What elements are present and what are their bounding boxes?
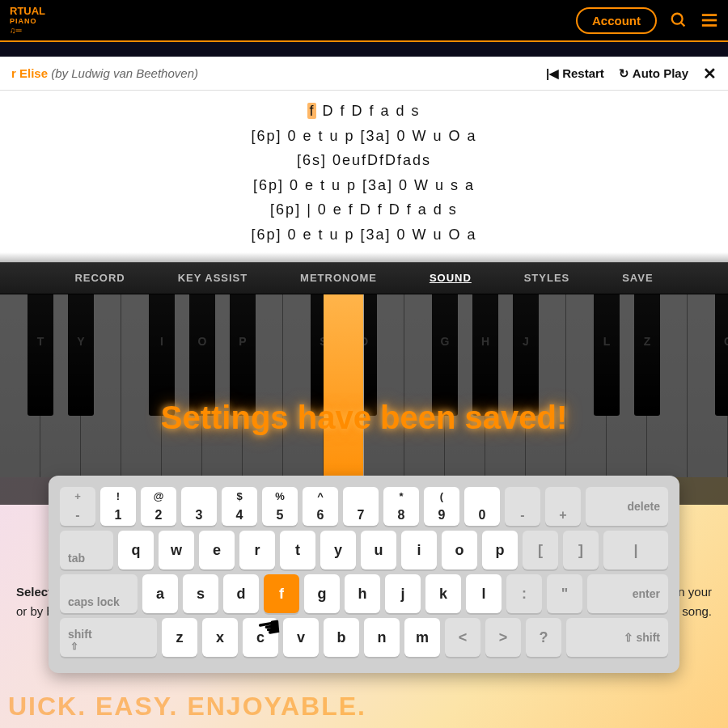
key-n[interactable]: n (364, 618, 400, 657)
menu-icon[interactable] (700, 11, 718, 29)
logo[interactable]: RTUAL PIANO ♫═ (10, 6, 45, 34)
key-p[interactable]: p (482, 531, 518, 569)
song-title: r Elise (by Ludwig van Beethoven) (11, 66, 198, 80)
kb-row-1: +-!1@23$4%5^67*8(90-+delete (60, 487, 668, 526)
autoplay-button[interactable]: ↻ Auto Play (619, 66, 688, 81)
key-+[interactable]: + (545, 487, 581, 526)
sheet-line: [6p] 0 e t u p [3a] 0 W u O a (0, 124, 728, 149)
key-u[interactable]: u (361, 531, 396, 569)
key-9[interactable]: (9 (424, 487, 459, 526)
key-k[interactable]: k (425, 574, 461, 613)
toolbar-styles[interactable]: STYLES (524, 272, 570, 284)
key-shift-left[interactable]: shift ⇧ (60, 618, 157, 657)
close-icon[interactable]: ✕ (703, 64, 717, 83)
key-l[interactable]: l (466, 574, 502, 613)
top-right: Account (576, 7, 718, 34)
key-r[interactable]: r (239, 531, 275, 569)
piano-toolbar: RECORD KEY ASSIST METRONOME SOUND STYLES… (0, 262, 728, 294)
kb-row-4: shift ⇧zxcvbnm<>?⇧ shift (60, 618, 668, 657)
song-bar: r Elise (by Ludwig van Beethoven) |◀ Res… (0, 57, 728, 91)
key-b[interactable]: b (324, 618, 359, 657)
logo-line1: RTUAL (10, 6, 45, 17)
key-o[interactable]: o (442, 531, 477, 569)
dark-strip (0, 42, 728, 57)
song-title-text: r Elise (11, 66, 48, 80)
song-by: (by Ludwig van Beethoven) (51, 66, 198, 80)
key-4[interactable]: $4 (222, 487, 257, 526)
key-h[interactable]: h (345, 574, 380, 613)
restart-icon: |◀ (546, 66, 559, 81)
sheet-line: [6p] 0 e t u p [3a] 0 W u s a (0, 173, 728, 198)
toolbar-sound[interactable]: SOUND (430, 272, 472, 284)
piano: yuiopasdfghjklzxcv TYIOPSDGHJLZCV Settin… (0, 294, 728, 505)
key-punct[interactable]: : (506, 574, 542, 613)
key-3[interactable]: 3 (181, 487, 217, 526)
search-icon[interactable] (670, 11, 688, 29)
key-j[interactable]: j (385, 574, 421, 613)
piano-icon: ♫═ (10, 26, 45, 35)
key-e[interactable]: e (199, 531, 235, 569)
key-7[interactable]: 7 (343, 487, 379, 526)
svg-point-0 (672, 14, 683, 24)
restart-button[interactable]: |◀ Restart (546, 66, 604, 81)
key-1[interactable]: !1 (100, 487, 136, 526)
key-punct[interactable]: < (445, 618, 480, 657)
logo-line2: PIANO (10, 18, 45, 26)
toolbar-save[interactable]: SAVE (622, 272, 653, 284)
key-w[interactable]: w (159, 531, 194, 569)
key-punct[interactable]: ? (526, 618, 561, 657)
key-5[interactable]: %5 (262, 487, 298, 526)
key-v[interactable]: v (283, 618, 319, 657)
key-6[interactable]: ^6 (303, 487, 338, 526)
toolbar-metronome[interactable]: METRONOME (300, 272, 377, 284)
key-punct[interactable]: " (547, 574, 582, 613)
key-bracket[interactable]: [ (523, 531, 558, 569)
current-note: f (307, 103, 316, 119)
key-delete[interactable]: delete (586, 487, 668, 526)
account-button[interactable]: Account (576, 7, 657, 34)
key-punct[interactable]: > (485, 618, 521, 657)
key-f[interactable]: f (264, 574, 299, 613)
key-shift-right[interactable]: ⇧ shift (566, 618, 668, 657)
autoplay-icon: ↻ (619, 66, 629, 81)
sheet-line: f D f D f a d s (0, 99, 728, 124)
key-m[interactable]: m (404, 618, 440, 657)
sheet-fade (0, 252, 728, 262)
kb-row-2: tabqwertyuiop[]| (60, 531, 668, 569)
virtual-keyboard: +-!1@23$4%5^67*8(90-+delete tabqwertyuio… (49, 476, 679, 673)
key--[interactable]: +- (60, 487, 95, 526)
svg-line-1 (681, 23, 685, 27)
key-q[interactable]: q (118, 531, 154, 569)
saved-message: Settings have been saved! (0, 400, 728, 436)
key-bracket[interactable]: | (603, 531, 668, 569)
key-tab[interactable]: tab (60, 531, 113, 569)
key-d[interactable]: d (223, 574, 259, 613)
key-bracket[interactable]: ] (563, 531, 599, 569)
song-controls: |◀ Restart ↻ Auto Play ✕ (546, 64, 717, 83)
key-8[interactable]: *8 (383, 487, 419, 526)
sheet-line: [6p] 0 e t u p [3a] 0 W u O a (0, 222, 728, 248)
key-z[interactable]: z (162, 618, 197, 657)
key-g[interactable]: g (304, 574, 340, 613)
key-x[interactable]: x (202, 618, 238, 657)
key-2[interactable]: @2 (141, 487, 176, 526)
key-y[interactable]: y (320, 531, 356, 569)
sheet-line: [6s] 0eufDfDfads (0, 148, 728, 173)
toolbar-keyassist[interactable]: KEY ASSIST (178, 272, 248, 284)
tagline: UICK. EASY. ENJOYABLE. (0, 692, 728, 722)
key-i[interactable]: i (401, 531, 437, 569)
music-sheet: f D f D f a d s [6p] 0 e t u p [3a] 0 W … (0, 91, 728, 262)
pointer-hand-icon: ☚ (255, 610, 284, 646)
key--[interactable]: - (505, 487, 540, 526)
key-0[interactable]: 0 (464, 487, 500, 526)
toolbar-record[interactable]: RECORD (74, 272, 125, 284)
sheet-line: [6p] | 0 e f D f D f a d s (0, 197, 728, 222)
top-bar: RTUAL PIANO ♫═ Account (0, 0, 728, 42)
kb-row-3: caps lockasdfghjkl:"enter (60, 574, 668, 613)
key-a[interactable]: a (142, 574, 178, 613)
key-capslock[interactable]: caps lock (60, 574, 138, 613)
key-t[interactable]: t (280, 531, 315, 569)
key-s[interactable]: s (183, 574, 218, 613)
key-enter[interactable]: enter (587, 574, 668, 613)
